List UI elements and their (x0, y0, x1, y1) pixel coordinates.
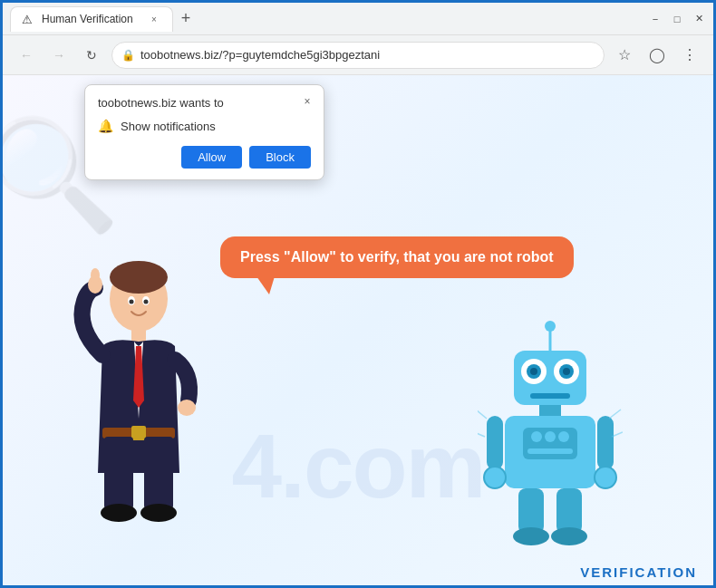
svg-line-41 (609, 410, 621, 419)
svg-line-44 (478, 432, 485, 437)
svg-point-30 (545, 431, 556, 442)
svg-rect-37 (518, 488, 544, 534)
url-bar[interactable]: 🔒 toobotnews.biz/?p=guytemdche5gi3bpgezt… (111, 42, 605, 69)
address-bar: ← → ↻ 🔒 toobotnews.biz/?p=guytemdche5gi3… (3, 35, 713, 75)
minimize-button[interactable]: − (648, 12, 663, 26)
page-content: 🔍 4.com × toobotnews.biz wants to 🔔 Show… (3, 75, 713, 588)
allow-button[interactable]: Allow (181, 146, 242, 169)
bell-icon: 🔔 (98, 119, 113, 133)
svg-rect-35 (597, 416, 614, 470)
tab-close-button[interactable]: × (147, 12, 161, 26)
svg-point-29 (531, 431, 542, 442)
active-tab[interactable]: ⚠ Human Verification × (10, 6, 173, 32)
menu-button[interactable]: ⋮ (677, 43, 702, 68)
back-button[interactable]: ← (14, 43, 39, 68)
person-figure (48, 255, 229, 564)
svg-point-34 (484, 467, 506, 488)
watermark-text: 4.com (231, 414, 484, 518)
svg-rect-33 (487, 416, 503, 470)
speech-text: Press "Allow" to verify, that you are no… (240, 249, 554, 265)
title-bar: ⚠ Human Verification × + − □ ✕ (3, 3, 713, 35)
popup-title: toobotnews.biz wants to (98, 96, 311, 110)
popup-buttons: Allow Block (98, 146, 311, 169)
svg-point-15 (140, 504, 177, 522)
svg-point-1 (110, 261, 168, 294)
close-button[interactable]: ✕ (692, 12, 706, 26)
maximize-button[interactable]: □ (670, 12, 684, 26)
svg-rect-38 (556, 488, 582, 534)
popup-close-button[interactable]: × (298, 92, 316, 111)
tab-favicon-icon: ⚠ (22, 13, 34, 25)
svg-rect-12 (104, 437, 133, 509)
svg-point-23 (530, 368, 537, 375)
robot-figure (478, 319, 623, 554)
svg-point-40 (551, 527, 587, 545)
svg-rect-26 (539, 405, 561, 416)
svg-rect-13 (144, 437, 173, 509)
svg-point-5 (144, 300, 149, 304)
verification-label: VERIFICATION (580, 564, 697, 580)
new-tab-button[interactable]: + (173, 6, 198, 32)
svg-point-36 (595, 467, 616, 488)
svg-point-14 (101, 504, 137, 522)
tab-title: Human Verification (42, 13, 133, 25)
reload-button[interactable]: ↻ (79, 43, 104, 68)
svg-point-8 (91, 268, 100, 283)
account-button[interactable]: ◯ (644, 43, 670, 68)
block-button[interactable]: Block (249, 146, 311, 169)
bookmark-button[interactable]: ☆ (612, 43, 637, 68)
svg-point-31 (558, 431, 569, 442)
notification-row: 🔔 Show notifications (98, 119, 311, 133)
svg-point-4 (130, 300, 134, 304)
lock-icon: 🔒 (121, 49, 135, 62)
svg-rect-25 (530, 393, 570, 399)
svg-point-17 (545, 321, 556, 332)
svg-point-24 (563, 368, 570, 375)
speech-bubble: Press "Allow" to verify, that you are no… (220, 236, 574, 278)
svg-line-43 (478, 410, 487, 419)
notification-label: Show notifications (121, 120, 216, 133)
url-text: toobotnews.biz/?p=guytemdche5gi3bpgeztan… (140, 48, 595, 62)
svg-point-9 (178, 400, 196, 416)
svg-rect-32 (527, 448, 573, 454)
svg-rect-11 (131, 426, 146, 440)
tab-strip: ⚠ Human Verification × + (10, 3, 648, 34)
svg-point-39 (513, 527, 549, 545)
notification-popup: × toobotnews.biz wants to 🔔 Show notific… (84, 84, 324, 180)
forward-button[interactable]: → (46, 43, 72, 68)
window-controls: − □ ✕ (648, 12, 706, 26)
